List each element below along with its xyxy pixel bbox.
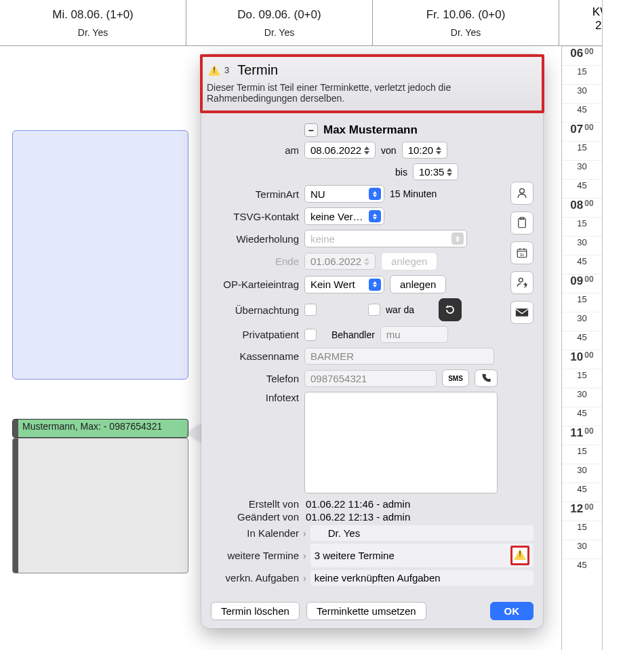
- scrollbar-gutter[interactable]: [602, 0, 644, 650]
- popup-title: Termin: [237, 62, 278, 78]
- move-chain-button[interactable]: Terminkette umsetzen: [306, 602, 426, 620]
- from-time-field[interactable]: 10:20: [402, 142, 448, 159]
- ok-button[interactable]: OK: [490, 602, 534, 620]
- time-slot[interactable]: 30: [562, 388, 602, 407]
- time-slot[interactable]: 15: [562, 369, 602, 388]
- time-slot[interactable]: 45: [562, 255, 602, 274]
- time-slot[interactable]: 0900: [562, 274, 602, 293]
- duration-label: 15 Minuten: [390, 188, 437, 199]
- time-slot[interactable]: 0800: [562, 198, 602, 217]
- day-column-wed[interactable]: Mi. 08.06. (1+0) Dr. Yes: [0, 0, 186, 45]
- time-slot[interactable]: 15: [562, 217, 602, 236]
- warning-icon: [514, 549, 526, 560]
- linked-tasks-value[interactable]: keine verknüpften Aufgaben: [310, 570, 534, 586]
- chevron-icon: ›: [303, 528, 306, 539]
- end-date-field: 01.06.2022: [304, 253, 376, 270]
- time-slot[interactable]: 30: [562, 464, 602, 483]
- kassenname-field[interactable]: BARMER: [304, 348, 494, 365]
- time-slot[interactable]: 45: [562, 103, 602, 122]
- time-slot[interactable]: 15: [562, 293, 602, 312]
- behandler-field[interactable]: mu: [380, 326, 448, 343]
- tsvg-select[interactable]: keine Ver…: [304, 207, 384, 225]
- private-checkbox[interactable]: [304, 329, 317, 341]
- time-slot[interactable]: 15: [562, 65, 602, 84]
- time-slot[interactable]: 45: [562, 407, 602, 426]
- phone-icon[interactable]: [475, 369, 498, 387]
- time-slot[interactable]: 15: [562, 445, 602, 464]
- sms-button[interactable]: SMS: [442, 369, 469, 387]
- chevron-icon: ›: [303, 573, 306, 584]
- created-by: 01.06.22 11:46 - admin: [299, 498, 534, 510]
- warda-checkbox[interactable]: [368, 304, 380, 316]
- anlegen-op-button[interactable]: anlegen: [390, 275, 446, 293]
- date-field[interactable]: 08.06.2022: [304, 142, 376, 159]
- terminart-select[interactable]: NU: [304, 185, 384, 203]
- day-column-thu[interactable]: Do. 09.06. (0+0) Dr. Yes: [186, 0, 373, 45]
- add-person-icon[interactable]: [510, 271, 534, 294]
- overnight-checkbox[interactable]: [304, 304, 317, 316]
- time-slot[interactable]: 1000: [562, 350, 602, 369]
- time-slot[interactable]: 30: [562, 312, 602, 331]
- anlegen-repeat-button: anlegen: [381, 252, 437, 270]
- time-ruler: 0600153045070015304508001530450900153045…: [561, 46, 602, 650]
- delete-button[interactable]: Termin löschen: [211, 602, 300, 620]
- calendar-event-patient[interactable]: Mustermann, Max: - 0987654321: [12, 419, 188, 438]
- repeat-select[interactable]: keine: [304, 230, 467, 247]
- day-column-fri[interactable]: Fr. 10.06. (0+0) Dr. Yes: [373, 0, 559, 45]
- time-slot[interactable]: 1100: [562, 426, 602, 445]
- refresh-icon[interactable]: [439, 298, 462, 321]
- warning-highlight-small: [510, 546, 529, 565]
- clipboard-icon[interactable]: [510, 211, 534, 235]
- calendar-icon[interactable]: 31: [510, 241, 534, 264]
- calendar-event-block[interactable]: [12, 130, 188, 380]
- calendar-header: Mi. 08.06. (1+0) Dr. Yes Do. 09.06. (0+0…: [0, 0, 644, 46]
- chevron-icon: ›: [303, 550, 306, 561]
- person-icon[interactable]: [510, 182, 534, 205]
- infotext-textarea[interactable]: [304, 392, 498, 493]
- time-slot[interactable]: 30: [562, 84, 602, 103]
- time-slot[interactable]: 15: [562, 521, 602, 540]
- collapse-icon[interactable]: –: [304, 123, 318, 137]
- to-time-field[interactable]: 10:35: [413, 163, 459, 180]
- patient-name: Max Mustermann: [323, 123, 418, 137]
- appointment-popup: 3 Termin Dieser Termin ist Teil einer Te…: [201, 54, 543, 628]
- more-appointments-value[interactable]: 3 weitere Termine: [310, 544, 534, 567]
- popup-pointer: [188, 424, 202, 443]
- svg-text:31: 31: [520, 253, 525, 257]
- popup-footer: Termin löschen Terminkette umsetzen OK: [201, 596, 543, 620]
- warning-message: Dieser Termin ist Teil einer Terminkette…: [207, 82, 538, 104]
- time-slot[interactable]: 30: [562, 236, 602, 255]
- svg-rect-4: [516, 308, 528, 317]
- calendar-event-gray[interactable]: [12, 438, 188, 573]
- time-slot[interactable]: 1200: [562, 502, 602, 521]
- time-slot[interactable]: 30: [562, 160, 602, 179]
- time-slot[interactable]: 15: [562, 141, 602, 160]
- time-slot[interactable]: 45: [562, 558, 602, 577]
- time-slot[interactable]: 30: [562, 540, 602, 558]
- mail-icon[interactable]: [510, 301, 534, 324]
- telefon-field[interactable]: 0987654321: [304, 370, 437, 387]
- warning-icon: [208, 65, 220, 76]
- time-slot[interactable]: 0700: [562, 122, 602, 141]
- in-calendar-value[interactable]: Dr. Yes: [310, 525, 534, 541]
- modified-by: 01.06.22 12:13 - admin: [299, 511, 534, 523]
- time-slot[interactable]: 45: [562, 179, 602, 198]
- time-slot[interactable]: 45: [562, 331, 602, 350]
- warning-highlight: 3 Termin Dieser Termin ist Teil einer Te…: [200, 54, 544, 113]
- time-slot[interactable]: 0600: [562, 46, 602, 65]
- time-slot[interactable]: 45: [562, 483, 602, 502]
- op-select[interactable]: Kein Wert: [304, 276, 384, 293]
